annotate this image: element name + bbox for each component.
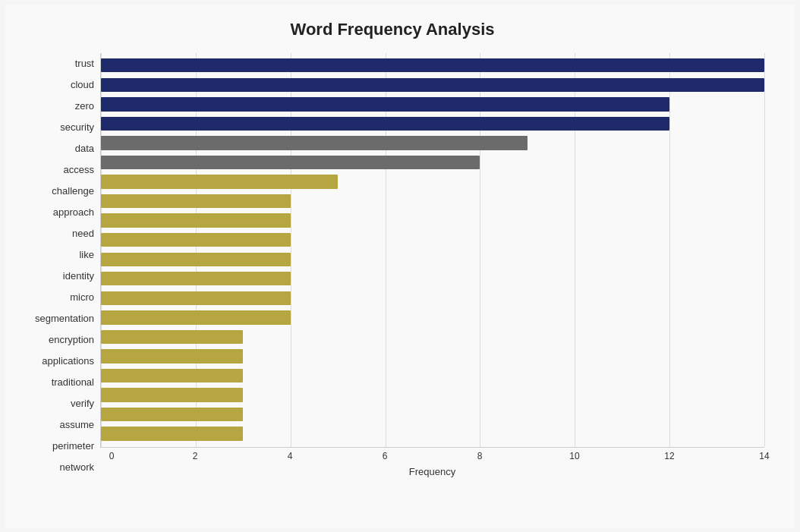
bar xyxy=(101,233,291,247)
y-label: access xyxy=(64,165,94,175)
y-label: cloud xyxy=(71,80,94,90)
y-label: perimeter xyxy=(52,441,94,451)
bar xyxy=(101,349,243,363)
y-labels: trustcloudzerosecuritydataaccesschalleng… xyxy=(20,53,100,478)
bar-row xyxy=(101,191,764,211)
bar-row xyxy=(101,327,764,347)
bar xyxy=(101,408,243,421)
y-label: zero xyxy=(75,101,94,111)
x-axis-label: Frequency xyxy=(100,466,764,477)
bar-row xyxy=(101,405,764,424)
bar-row xyxy=(101,134,764,153)
bar xyxy=(101,78,764,92)
bar xyxy=(101,136,528,150)
y-label: need xyxy=(72,228,94,238)
bar xyxy=(101,175,338,188)
x-tick: 4 xyxy=(279,451,301,461)
bar-row xyxy=(101,75,764,95)
bar-row xyxy=(101,250,764,269)
bar-row xyxy=(101,347,764,367)
y-label: security xyxy=(60,122,94,132)
bar-row xyxy=(101,114,764,134)
bar xyxy=(101,291,291,305)
x-tick: 8 xyxy=(468,451,491,461)
y-label: identity xyxy=(63,271,94,281)
bar xyxy=(101,427,243,440)
y-label: encryption xyxy=(49,335,94,345)
bars-wrapper xyxy=(101,53,764,447)
x-ticks: 02468101214 xyxy=(100,448,764,463)
y-label: traditional xyxy=(52,377,94,387)
bar-row xyxy=(101,386,764,405)
bar xyxy=(101,253,291,266)
bar-row xyxy=(101,230,764,250)
x-tick: 6 xyxy=(373,451,396,461)
x-tick: 14 xyxy=(753,451,776,461)
bars-and-xaxis: 02468101214 Frequency xyxy=(100,53,764,478)
y-label: trust xyxy=(75,58,94,68)
y-label: challenge xyxy=(52,186,94,196)
bar-row xyxy=(101,95,764,115)
bar-row xyxy=(101,288,764,308)
y-label: segmentation xyxy=(35,313,94,323)
chart-container: Word Frequency Analysis trustcloudzerose… xyxy=(5,5,795,528)
bar xyxy=(101,330,243,344)
y-label: approach xyxy=(53,207,94,217)
bar xyxy=(101,58,764,72)
bar xyxy=(101,97,669,111)
bar-row xyxy=(101,211,764,231)
y-label: data xyxy=(75,143,94,153)
x-tick: 0 xyxy=(100,451,123,461)
bar xyxy=(101,117,669,131)
grid-line xyxy=(764,53,765,447)
bar xyxy=(101,369,243,382)
bar-row xyxy=(101,269,764,289)
y-label: network xyxy=(59,462,94,472)
bar-row xyxy=(101,308,764,328)
x-tick: 12 xyxy=(658,451,681,461)
x-tick: 10 xyxy=(563,451,586,461)
bar-row xyxy=(101,153,764,172)
bar-row xyxy=(101,172,764,192)
bar-row xyxy=(101,56,764,76)
bars-section xyxy=(100,53,764,448)
bar-row xyxy=(101,424,764,444)
bar xyxy=(101,388,243,401)
y-label: assume xyxy=(59,420,94,430)
bar xyxy=(101,272,291,285)
bar xyxy=(101,194,291,208)
y-label: verify xyxy=(71,398,94,408)
bar xyxy=(101,310,291,324)
y-label: micro xyxy=(70,292,94,302)
chart-title: Word Frequency Analysis xyxy=(20,20,764,39)
y-label: applications xyxy=(42,356,94,366)
bar xyxy=(101,156,480,169)
chart-area: trustcloudzerosecuritydataaccesschalleng… xyxy=(20,53,764,478)
y-label: like xyxy=(79,250,94,260)
x-tick: 2 xyxy=(184,451,206,461)
bar-row xyxy=(101,366,764,386)
bar xyxy=(101,213,291,227)
x-axis: 02468101214 Frequency xyxy=(100,448,764,478)
